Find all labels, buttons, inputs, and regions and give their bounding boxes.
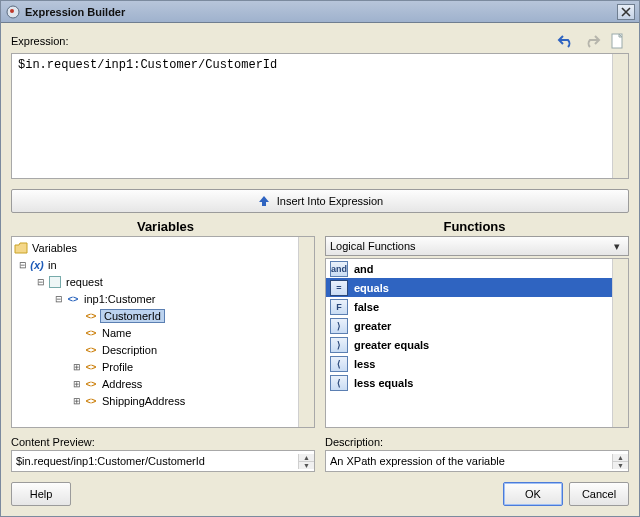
collapse-icon[interactable] [52,294,66,304]
expression-label: Expression: [11,35,68,47]
node-label: in [46,259,59,271]
function-name: greater [354,320,391,332]
element-icon [84,377,98,391]
new-page-button[interactable] [607,31,629,51]
element-icon [84,360,98,374]
node-label: Description [100,344,159,356]
variables-header: Variables [11,219,320,234]
function-icon: F [330,299,348,315]
tree-node-in[interactable]: in [12,256,298,273]
spin-down-icon[interactable]: ▼ [613,462,628,469]
tree-node-root[interactable]: Variables [12,239,298,256]
functions-list: andand=equalsFfalse⟩greater⟩greater equa… [325,258,629,428]
function-item-false[interactable]: Ffalse [326,297,612,316]
chevron-down-icon: ▾ [610,240,624,253]
description-value: An XPath expression of the variable [326,455,612,467]
node-label: inp1:Customer [82,293,158,305]
folder-icon [14,241,28,255]
node-label: Name [100,327,133,339]
function-item-greater-equals[interactable]: ⟩greater equals [326,335,612,354]
tree-node-customer[interactable]: inp1:Customer [12,290,298,307]
dialog-title: Expression Builder [25,6,617,18]
cancel-button[interactable]: Cancel [569,482,629,506]
function-icon: ⟩ [330,337,348,353]
collapse-icon[interactable] [16,260,30,270]
tree-node-description[interactable]: Description [12,341,298,358]
variable-icon [30,258,44,272]
tree-node-address[interactable]: Address [12,375,298,392]
request-icon [48,275,62,289]
function-name: equals [354,282,389,294]
expression-builder-dialog: Expression Builder Expression: $in.reque… [0,0,640,517]
svg-point-1 [10,9,14,13]
tree-node-customerid[interactable]: CustomerId [12,307,298,324]
spinner-buttons[interactable]: ▲▼ [298,454,314,469]
function-name: less [354,358,375,370]
scrollbar[interactable] [298,237,314,427]
function-item-less[interactable]: ⟨less [326,354,612,373]
variables-tree[interactable]: Variables in request [12,237,298,427]
titlebar: Expression Builder [1,1,639,23]
ok-label: OK [525,488,541,500]
functions-pane: Logical Functions ▾ andand=equalsFfalse⟩… [325,236,629,428]
function-item-and[interactable]: andand [326,259,612,278]
function-icon: ⟩ [330,318,348,334]
function-name: false [354,301,379,313]
spinner-buttons[interactable]: ▲▼ [612,454,628,469]
description-label: Description: [325,436,629,448]
help-label: Help [30,488,53,500]
element-icon [84,309,98,323]
expand-icon[interactable] [70,362,84,372]
function-icon: ⟨ [330,356,348,372]
functions-header: Functions [320,219,629,234]
description-field[interactable]: An XPath expression of the variable ▲▼ [325,450,629,472]
redo-button[interactable] [581,31,603,51]
undo-button[interactable] [555,31,577,51]
scrollbar[interactable] [612,54,628,178]
node-label: Address [100,378,144,390]
function-item-greater[interactable]: ⟩greater [326,316,612,335]
dialog-content: Expression: $in.request/inp1:Customer/Cu… [1,23,639,516]
node-label: Variables [30,242,79,254]
content-preview-field[interactable]: $in.request/inp1:Customer/CustomerId ▲▼ [11,450,315,472]
expression-textarea[interactable]: $in.request/inp1:Customer/CustomerId [12,54,612,178]
scrollbar[interactable] [612,259,628,427]
function-name: less equals [354,377,413,389]
spin-up-icon[interactable]: ▲ [299,454,314,462]
insert-icon [257,195,271,207]
node-label: Profile [100,361,135,373]
tree-node-name[interactable]: Name [12,324,298,341]
expand-icon[interactable] [70,379,84,389]
tree-node-profile[interactable]: Profile [12,358,298,375]
function-name: and [354,263,374,275]
insert-button-label: Insert Into Expression [277,195,383,207]
element-icon [84,326,98,340]
ok-button[interactable]: OK [503,482,563,506]
function-item-equals[interactable]: =equals [326,278,612,297]
function-category-dropdown[interactable]: Logical Functions ▾ [325,236,629,256]
content-preview-value: $in.request/inp1:Customer/CustomerId [12,455,298,467]
content-preview-label: Content Preview: [11,436,315,448]
element-icon [84,343,98,357]
function-icon: ⟨ [330,375,348,391]
collapse-icon[interactable] [34,277,48,287]
insert-into-expression-button[interactable]: Insert Into Expression [11,189,629,213]
spin-down-icon[interactable]: ▼ [299,462,314,469]
expand-icon[interactable] [70,396,84,406]
variables-pane: Variables in request [11,236,315,428]
function-icon: = [330,280,348,296]
function-name: greater equals [354,339,429,351]
help-button[interactable]: Help [11,482,71,506]
tree-node-shippingaddress[interactable]: ShippingAddress [12,392,298,409]
spin-up-icon[interactable]: ▲ [613,454,628,462]
node-label-selected: CustomerId [100,309,165,323]
function-icon: and [330,261,348,277]
element-icon [66,292,80,306]
element-icon [84,394,98,408]
function-item-less-equals[interactable]: ⟨less equals [326,373,612,392]
node-label: request [64,276,105,288]
expression-editor: $in.request/inp1:Customer/CustomerId [11,53,629,179]
close-button[interactable] [617,4,635,20]
cancel-label: Cancel [582,488,616,500]
tree-node-request[interactable]: request [12,273,298,290]
